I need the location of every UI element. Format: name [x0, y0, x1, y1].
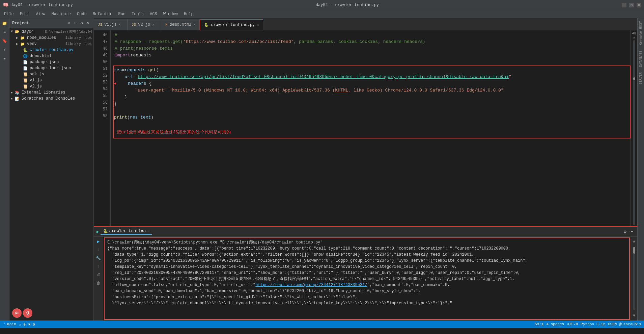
errors-count: ✖ 0: [28, 322, 35, 327]
code-line-49: import requests: [115, 52, 631, 59]
console-scroll-down[interactable]: ▼: [632, 312, 636, 319]
git-icon[interactable]: ⑂: [1, 46, 8, 53]
tab-v1js[interactable]: JS v1.js ✕: [94, 19, 128, 30]
line-count: 48: [632, 32, 636, 35]
tab-close-v2js[interactable]: ✕: [152, 23, 154, 27]
run-play-btn[interactable]: ▶: [96, 238, 101, 245]
tree-package-lock[interactable]: 📄 package-lock.json: [9, 65, 93, 71]
code-line-51: res = requests.get(: [114, 67, 630, 74]
menu-edit[interactable]: Edit: [17, 11, 32, 17]
run-down-btn[interactable]: ↓: [96, 263, 101, 270]
close-button[interactable]: ✕: [637, 3, 641, 7]
project-tree: ▼ 📂 day04 E:\crawler(爬虫)\day04 ▶ 📁 node_…: [9, 28, 93, 306]
title-bar: 🧠 day04 – crawler toutiao.py day04 - cra…: [0, 0, 644, 10]
console-scroll-up[interactable]: ▲: [632, 238, 636, 245]
keynote-host-label[interactable]: Keynote HOST: [639, 18, 643, 48]
code-line-50: [115, 59, 631, 66]
console-settings-btn[interactable]: ⚙: [622, 228, 628, 235]
console-scrollbar-thumb[interactable]: [633, 247, 635, 254]
run-tab-crawler[interactable]: 🐍 crawler toutiao ✕: [101, 228, 152, 235]
server-label[interactable]: SERVER: [639, 70, 643, 87]
favorites-icon[interactable]: ★: [1, 55, 8, 62]
tree-root[interactable]: ▼ 📂 day04 E:\crawler(爬虫)\day04: [9, 28, 93, 35]
bottom-tabs-bar: ▶ 🐍 crawler toutiao ✕ ⚙ –: [94, 227, 637, 237]
q-button[interactable]: Q: [23, 308, 32, 318]
tree-external-libraries[interactable]: ▶ 📚 External Libraries: [9, 89, 93, 96]
ai-badges-area: AI Q: [9, 306, 93, 320]
console-line-2: {"has_more":true,"message":"success","da…: [107, 246, 626, 252]
tree-package-json[interactable]: 📄 package.json: [9, 59, 93, 65]
menu-window[interactable]: Window: [161, 11, 180, 17]
restore-button[interactable]: ❐: [629, 3, 634, 7]
project-panel: Project ⊕ ⊟ ⚙ ✕ ▼ 📂 day04 E:\crawler(爬虫)…: [9, 18, 94, 320]
bookmark-icon[interactable]: 🔖: [1, 37, 8, 45]
run-wrench-btn[interactable]: 🔧: [95, 255, 102, 262]
code-content[interactable]: # # response = requests.get('https://www…: [111, 30, 631, 226]
project-close-btn[interactable]: ✕: [86, 20, 91, 26]
run-tab-close[interactable]: ✕: [147, 229, 149, 233]
window-title: day04 - crawler toutiao.py: [316, 3, 379, 7]
console-minimize-btn[interactable]: –: [629, 228, 635, 235]
structure-icon[interactable]: ≡: [1, 28, 8, 36]
bottom-content: ▶ ↑ 🔧 ↓ 🖨 🗑 E:\crawler(爬虫)\day04\venv\Sc…: [94, 237, 637, 320]
code-line-54: "user-agent": "Mozilla/5.0 (Windows NT 1…: [114, 87, 630, 94]
tab-icon-v1js: JS: [98, 23, 102, 27]
run-print-btn[interactable]: 🖨: [95, 271, 102, 278]
menu-file[interactable]: File: [1, 11, 17, 17]
console-output: E:\crawler(爬虫)\day04\venv\Scripts\python…: [104, 237, 630, 320]
warnings-count: ⚠ 0: [19, 322, 26, 327]
project-icon[interactable]: 📁: [1, 20, 8, 27]
code-line-56: ): [114, 101, 630, 107]
project-settings-btn[interactable]: ⚙: [79, 20, 84, 26]
menu-navigate[interactable]: Navigate: [49, 11, 74, 17]
tab-crawler[interactable]: 🐍 crawler toutiao.py ✕: [200, 19, 263, 30]
title-separator: –: [25, 3, 27, 7]
code-line-48: # print(response.text): [115, 45, 631, 52]
code-line-58: print(res.text): [114, 114, 630, 121]
menu-tools[interactable]: Tools: [129, 11, 146, 17]
code-line-53: ● headers={: [114, 80, 630, 87]
minimize-button[interactable]: —: [622, 3, 626, 7]
tab-label-v1js: v1.js: [104, 22, 116, 27]
tab-icon-crawler: 🐍: [204, 23, 209, 27]
project-collapse-btn[interactable]: ⊟: [73, 20, 78, 26]
tree-v2-js[interactable]: 📜 v2.js: [9, 83, 93, 89]
menu-vcs[interactable]: VCS: [147, 11, 160, 17]
line-col: 53:1: [535, 322, 543, 326]
ai-button[interactable]: AI: [12, 308, 22, 318]
run-trash-btn[interactable]: 🗑: [95, 280, 102, 287]
run-up-btn[interactable]: ↑: [96, 247, 101, 253]
tab-v2js[interactable]: JS v2.js ✕: [128, 19, 161, 30]
tab-demo[interactable]: H demo.html ✕: [161, 19, 200, 30]
project-name: day04: [10, 3, 23, 7]
database-label[interactable]: DATABASE: [639, 48, 643, 70]
tab-close-v1js[interactable]: ✕: [118, 23, 120, 27]
console-line-1: E:\crawler(爬虫)\day04\venv\Scripts\python…: [107, 239, 626, 246]
menu-code[interactable]: Code: [74, 11, 89, 17]
run-tab-icon: 🐍: [103, 229, 108, 233]
article-url-link[interactable]: https://toutiao.com/group/73441271187433…: [255, 283, 367, 287]
encoding: UTF-8: [567, 322, 578, 326]
status-bar: ⑂ main ⚠ 0 ✖ 0 53:1 4 spaces UTF-8 Pytho…: [0, 320, 644, 328]
menu-view[interactable]: View: [33, 11, 48, 17]
tree-crawler-py[interactable]: 🐍 crawler toutiao.py: [9, 47, 93, 53]
console-line-8: "allow_download":false,"article_sub_type…: [107, 282, 626, 288]
tree-v1-js[interactable]: 📜 v1.js: [9, 77, 93, 83]
tree-node-modules[interactable]: ▶ 📁 node_modules library root: [9, 35, 93, 41]
menu-help[interactable]: Help: [181, 11, 196, 17]
tree-venv[interactable]: ▶ 📁 venv library root: [9, 41, 93, 47]
menu-run[interactable]: Run: [115, 11, 128, 17]
project-sync-btn[interactable]: ⊕: [66, 20, 71, 26]
console-right-buttons: ▲ ▼: [631, 237, 637, 320]
console-line-9: "ban_danmaku_send":0,"ban_download":1,"b…: [107, 288, 626, 294]
console-line-3: "data_type":1,"digg_count":0,"filter_wor…: [107, 252, 626, 258]
scrollbar-thumb[interactable]: [633, 77, 635, 80]
tree-scratches[interactable]: ▶ 📝 Scratches and Consoles: [9, 96, 93, 102]
tab-close-crawler[interactable]: ✕: [257, 23, 259, 27]
code-line-52: url="https://www.toutiao.com/api/pc/list…: [114, 74, 630, 80]
git-branch[interactable]: ⑂ main: [3, 322, 16, 326]
tab-close-demo[interactable]: ✕: [193, 23, 195, 27]
menu-refactor[interactable]: Refactor: [90, 11, 115, 17]
tree-demo-html[interactable]: 🌐 demo.html: [9, 53, 93, 59]
tree-sdk-js[interactable]: 📜 sdk.js: [9, 71, 93, 77]
